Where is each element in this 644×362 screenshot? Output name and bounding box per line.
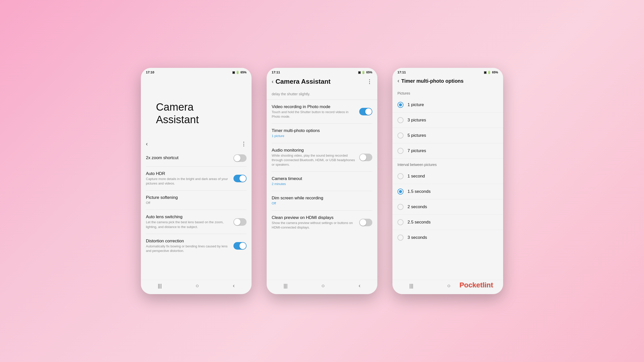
settings-content-1: 2x zoom shortcut Auto HDR Capture more d… [141, 150, 252, 280]
bottom-nav-2: ||| ○ ‹ [267, 280, 377, 294]
nav-home-icon-2[interactable]: ○ [321, 283, 325, 289]
setting-subtitle: Off [272, 201, 370, 206]
setting-clean-preview[interactable]: Clean preview on HDMI displays Show the … [272, 211, 372, 234]
back-icon-3[interactable]: ‹ [397, 78, 399, 84]
battery-1: 65% [240, 71, 247, 74]
setting-title: Audio monitoring [272, 148, 357, 153]
radio-circle-1second[interactable] [397, 173, 404, 179]
radio-circle-5pictures[interactable] [397, 132, 404, 139]
more-icon-1[interactable]: ⋮ [241, 141, 247, 147]
setting-subtitle: Capture more details in the bright and d… [146, 177, 231, 186]
setting-title: Distortion correction [146, 239, 231, 244]
radio-3-seconds[interactable]: 3 seconds [392, 230, 503, 245]
radio-circle-2-5seconds[interactable] [397, 219, 404, 225]
toggle-clean-preview[interactable] [359, 219, 372, 226]
more-icon-2[interactable]: ⋮ [367, 78, 372, 85]
radio-5-pictures[interactable]: 5 pictures [392, 128, 503, 143]
setting-title: Timer multi-photo options [272, 128, 370, 133]
time-2: 17:11 [272, 70, 280, 74]
radio-7-pictures[interactable]: 7 pictures [392, 143, 503, 159]
setting-2x-zoom[interactable]: 2x zoom shortcut [146, 150, 247, 167]
setting-distortion[interactable]: Distortion correction Automatically fix … [146, 234, 247, 258]
setting-audio-monitoring[interactable]: Audio monitoring While shooting video, p… [272, 143, 372, 172]
signal-icons-1: ▣ 🔋 [232, 71, 239, 74]
battery-2: 65% [366, 71, 372, 74]
radio-circle-3seconds[interactable] [397, 235, 404, 241]
nav-title-3: Timer multi-photo options [399, 78, 498, 84]
radio-label: 5 pictures [408, 133, 426, 138]
phone-1: 17:10 ▣ 🔋 65% Camera Assistant ‹ ⋮ [141, 68, 252, 294]
radio-1-picture[interactable]: 1 picture [392, 97, 503, 113]
radio-content-3: Pictures 1 picture 3 pictures 5 pictures… [392, 87, 503, 280]
toggle-auto-hdr[interactable] [233, 175, 247, 182]
radio-circle-1-5seconds[interactable] [397, 189, 404, 195]
big-title-section: Camera Assistant [141, 76, 252, 139]
back-icon-1[interactable]: ‹ [146, 141, 148, 147]
setting-subtitle: Let the camera pick the best lens based … [146, 220, 231, 229]
toggle-auto-lens[interactable] [233, 218, 247, 226]
toggle-audio-monitoring[interactable] [359, 154, 372, 161]
status-bar-2: 17:11 ▣ 🔋 65% [267, 68, 377, 76]
toggle-2x-zoom[interactable] [233, 154, 247, 162]
nav-menu-icon-2[interactable]: ||| [284, 283, 288, 289]
bottom-nav-1: ||| ○ ‹ [141, 280, 252, 294]
radio-3-pictures[interactable]: 3 pictures [392, 113, 503, 128]
radio-circle-2seconds[interactable] [397, 204, 404, 210]
page-big-title: Camera Assistant [148, 86, 244, 134]
radio-label: 3 pictures [408, 118, 426, 123]
nav-bar-2: ‹ Camera Assistant ⋮ [267, 76, 377, 88]
signal-icons-2: ▣ 🔋 [358, 71, 365, 74]
radio-circle-1picture[interactable] [397, 102, 404, 108]
settings-list-2: Video recording in Photo mode Touch and … [267, 100, 377, 234]
settings-content-2: Video recording in Photo mode Touch and … [267, 100, 377, 280]
setting-subtitle: While shooting video, play the sound bei… [272, 153, 357, 167]
setting-title: Auto lens switching [146, 214, 231, 219]
nav-home-icon-3[interactable]: ○ [447, 283, 450, 289]
setting-auto-hdr[interactable]: Auto HDR Capture more details in the bri… [146, 167, 247, 191]
mini-nav-1: ‹ ⋮ [141, 139, 252, 150]
radio-circle-3pictures[interactable] [397, 117, 404, 123]
nav-home-icon-1[interactable]: ○ [195, 283, 199, 289]
setting-subtitle: Off [146, 201, 244, 205]
radio-1-5-seconds[interactable]: 1.5 seconds [392, 184, 503, 199]
setting-subtitle: 2 minutes [272, 182, 370, 186]
watermark-text2: lint [482, 281, 493, 289]
toggle-video-photo[interactable] [359, 108, 372, 115]
back-icon-2[interactable]: ‹ [272, 78, 273, 85]
setting-subtitle: Show the camera preview without settings… [272, 221, 357, 230]
radio-label: 1 second [408, 174, 425, 179]
radio-circle-7pictures[interactable] [397, 148, 404, 154]
setting-auto-lens[interactable]: Auto lens switching Let the camera pick … [146, 210, 247, 234]
radio-1-second[interactable]: 1 second [392, 169, 503, 184]
setting-title: Picture softening [146, 195, 244, 200]
section-title-pictures: Pictures [392, 87, 503, 97]
setting-subtitle: Automatically fix bowing or bending line… [146, 244, 231, 253]
setting-video-photo-mode[interactable]: Video recording in Photo mode Touch and … [272, 100, 372, 124]
signal-icons-3: ▣ 🔋 [484, 71, 491, 74]
status-bar-3: 17:11 ▣ 🔋 65% [392, 68, 503, 76]
nav-menu-icon-1[interactable]: ||| [158, 283, 162, 289]
setting-title: Dim screen while recording [272, 196, 370, 201]
toggle-distortion[interactable] [233, 242, 247, 250]
time-3: 17:11 [397, 70, 406, 74]
radio-2-5-seconds[interactable]: 2.5 seconds [392, 215, 503, 230]
watermark: Pocketlint [459, 281, 493, 289]
partial-text-2: delay the shutter slightly. [267, 88, 377, 100]
setting-title: Video recording in Photo mode [272, 104, 357, 109]
setting-dim-screen[interactable]: Dim screen while recording Off [272, 191, 372, 210]
setting-camera-timeout[interactable]: Camera timeout 2 minutes [272, 172, 372, 191]
nav-menu-icon-3[interactable]: ||| [409, 283, 413, 289]
time-1: 17:10 [146, 70, 154, 74]
setting-picture-softening[interactable]: Picture softening Off [146, 191, 247, 210]
nav-bar-3: ‹ Timer multi-photo options [392, 76, 503, 87]
radio-label: 3 seconds [408, 235, 427, 240]
radio-label: 1.5 seconds [408, 189, 431, 194]
nav-back-icon-2[interactable]: ‹ [358, 283, 360, 289]
nav-back-icon-1[interactable]: ‹ [233, 283, 234, 289]
setting-subtitle: Touch and hold the Shutter button to rec… [272, 110, 357, 119]
radio-2-seconds[interactable]: 2 seconds [392, 199, 503, 215]
radio-label: 1 picture [408, 102, 424, 107]
radio-label: 7 pictures [408, 148, 426, 153]
setting-timer-multiphoto[interactable]: Timer multi-photo options 1 picture [272, 124, 372, 143]
setting-title: Auto HDR [146, 171, 231, 176]
